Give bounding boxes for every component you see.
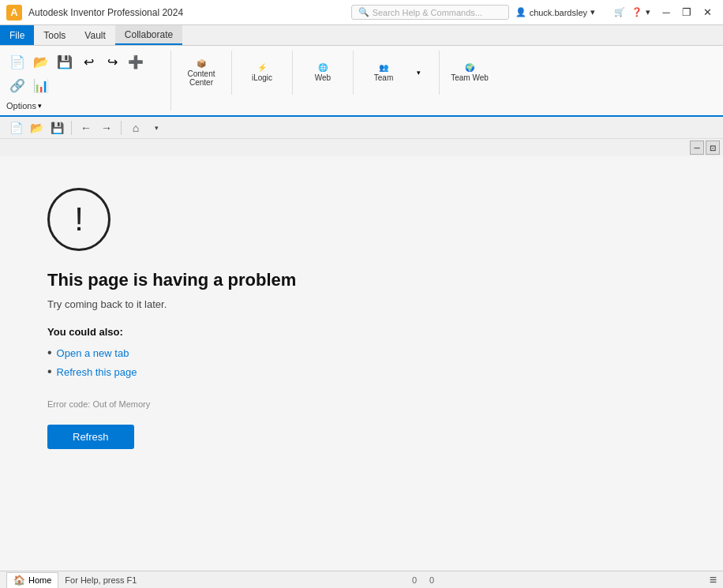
- panel-header: ─ ⊡: [0, 139, 723, 156]
- home-tab-label: Home: [28, 575, 51, 585]
- cart-icon: 🛒: [614, 7, 625, 17]
- ilogic-icon: ⚡: [257, 63, 267, 72]
- ribbon-add-button[interactable]: ➕: [125, 51, 147, 73]
- new-file-button[interactable]: 📄: [6, 118, 25, 137]
- chevron-down-icon: ▾: [646, 7, 650, 17]
- panel-minimize-button[interactable]: ─: [690, 140, 704, 155]
- user-icon: 👤: [515, 7, 526, 17]
- panel-content: ─ ⊡ ! This page is having a problem Try …: [0, 139, 723, 571]
- error-subtitle: Try coming back to it later.: [47, 298, 167, 310]
- status-bar: 🏠 Home For Help, press F1 0 0 ≡: [0, 571, 723, 588]
- ilogic-group: ⚡ iLogic: [232, 51, 293, 95]
- menu-bar: File Tools Vault Collaborate: [0, 25, 723, 46]
- status-count-1: 0: [412, 575, 417, 585]
- status-count-2: 0: [429, 575, 434, 585]
- minimize-button[interactable]: ─: [657, 3, 676, 22]
- suggestions-list: Open a new tab Refresh this page: [47, 346, 137, 384]
- help-text: For Help, press F1: [65, 575, 137, 585]
- ribbon-open-button[interactable]: 📂: [30, 51, 52, 73]
- app-title: Autodesk Inventor Professional 2024: [28, 7, 345, 18]
- team-group: 👥 Team ▾: [354, 51, 440, 95]
- nav-dropdown-button[interactable]: ▾: [147, 118, 166, 137]
- team-button[interactable]: 👥 Team: [363, 51, 404, 95]
- suggestion-refresh-page: Refresh this page: [47, 365, 137, 379]
- window-controls: ─ ❐ ✕: [657, 3, 717, 22]
- home-nav-button[interactable]: ⌂: [126, 118, 145, 137]
- home-tab-icon: 🏠: [13, 575, 25, 586]
- menu-file[interactable]: File: [0, 25, 34, 45]
- panel-restore-button[interactable]: ⊡: [706, 140, 720, 155]
- hamburger-menu-button[interactable]: ≡: [710, 573, 717, 587]
- web-icon: 🌐: [318, 63, 328, 72]
- menu-vault[interactable]: Vault: [75, 25, 114, 45]
- home-tab[interactable]: 🏠 Home: [6, 572, 58, 588]
- options-label: Options: [6, 101, 36, 110]
- content-center-icon: 📦: [197, 59, 206, 68]
- error-title: This page is having a problem: [47, 270, 296, 290]
- content-area: ─ ⊡ ! This page is having a problem Try …: [0, 139, 723, 571]
- search-bar[interactable]: 🔍 Search Help & Commands...: [351, 5, 509, 20]
- ribbon-view-button[interactable]: 📊: [30, 74, 52, 96]
- web-button[interactable]: 🌐 Web: [302, 51, 343, 95]
- navigation-bar: 📄 📂 💾 ← → ⌂ ▾: [0, 117, 723, 139]
- team-web-icon: 🌍: [465, 63, 474, 72]
- menu-collaborate[interactable]: Collaborate: [115, 25, 182, 45]
- ilogic-button[interactable]: ⚡ iLogic: [242, 51, 283, 95]
- suggestion-open-tab: Open a new tab: [47, 346, 137, 360]
- suggestions-label: You could also:: [47, 326, 123, 338]
- refresh-button[interactable]: Refresh: [47, 425, 134, 449]
- help-icon: ❓: [631, 7, 642, 17]
- back-button[interactable]: ←: [77, 118, 96, 137]
- team-dropdown-button[interactable]: ▾: [407, 62, 429, 84]
- options-dropdown-icon: ▾: [38, 102, 42, 110]
- open-file-button[interactable]: 📂: [27, 118, 46, 137]
- team-icon: 👥: [379, 63, 388, 72]
- error-icon: !: [47, 188, 111, 251]
- inner-panel: ─ ⊡ ! This page is having a problem Try …: [0, 139, 723, 571]
- ribbon-new-button[interactable]: 📄: [6, 51, 28, 73]
- content-center-button[interactable]: 📦 Content Center: [181, 51, 222, 95]
- menu-tools[interactable]: Tools: [34, 25, 75, 45]
- ribbon: 📄 📂 💾 ↩ ↪ ➕ 🔗 📊 Options ▾ 📦 Content Cent…: [0, 46, 723, 117]
- team-web-button[interactable]: 🌍 Team Web: [449, 51, 490, 95]
- content-center-group: 📦 Content Center: [171, 51, 232, 95]
- error-code: Error code: Out of Memory: [47, 399, 150, 409]
- save-file-button[interactable]: 💾: [47, 118, 66, 137]
- ribbon-redo-button[interactable]: ↪: [101, 51, 123, 73]
- error-page: ! This page is having a problem Try comi…: [0, 156, 723, 571]
- ribbon-save-button[interactable]: 💾: [54, 51, 76, 73]
- ribbon-undo-button[interactable]: ↩: [77, 51, 99, 73]
- user-account[interactable]: 👤 chuck.bardsley ▾: [515, 7, 595, 17]
- forward-button[interactable]: →: [97, 118, 116, 137]
- dropdown-arrow-icon: ▾: [417, 69, 421, 77]
- app-icon: A: [6, 5, 22, 21]
- status-right: 0 0: [412, 575, 434, 585]
- title-bar: A Autodesk Inventor Professional 2024 🔍 …: [0, 0, 723, 25]
- restore-button[interactable]: ❐: [677, 3, 696, 22]
- cart-button[interactable]: 🛒: [614, 7, 625, 17]
- help-button[interactable]: ❓ ▾: [631, 7, 650, 17]
- close-button[interactable]: ✕: [698, 3, 717, 22]
- team-web-group: 🌍 Team Web: [440, 51, 500, 95]
- web-group: 🌐 Web: [293, 51, 354, 95]
- search-icon: 🔍: [358, 7, 369, 17]
- ribbon-link-button[interactable]: 🔗: [6, 74, 28, 96]
- chevron-down-icon: ▾: [590, 7, 595, 17]
